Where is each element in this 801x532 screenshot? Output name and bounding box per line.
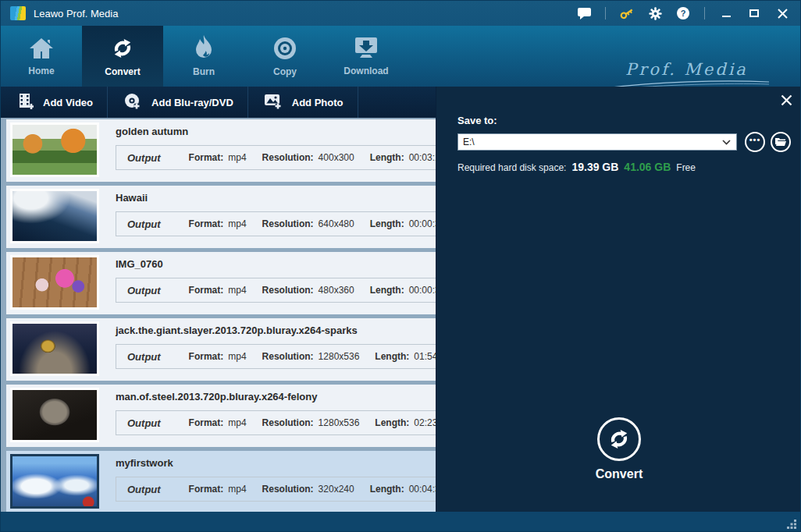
resolution-value: 640x480 xyxy=(319,218,354,229)
app-window: Leawo Prof. Media ? xyxy=(0,0,801,532)
output-label: Output xyxy=(127,218,161,230)
convert-button[interactable]: Convert xyxy=(436,417,801,481)
leawo-logo-icon xyxy=(10,6,26,20)
toolbar-separator xyxy=(358,87,358,118)
length-value: 00:00:34 xyxy=(409,285,436,296)
tab-label: Copy xyxy=(273,66,297,77)
resize-grip-icon[interactable] xyxy=(787,520,797,530)
output-info[interactable]: Output Format:mp4 Resolution:1280x536 Le… xyxy=(116,410,436,435)
save-to-label: Save to: xyxy=(457,115,497,126)
convert-icon xyxy=(109,35,137,62)
feedback-icon[interactable] xyxy=(577,6,591,20)
add-video-button[interactable]: Add Video xyxy=(1,87,107,118)
list-item[interactable]: IMG_0760 Output Format:mp4 Resolution:48… xyxy=(6,252,436,314)
brand-text: Prof. Media xyxy=(603,60,771,79)
resolution-label: Resolution: xyxy=(262,351,314,362)
required-space-value: 19.39 GB xyxy=(571,161,618,173)
add-video-icon xyxy=(16,93,34,112)
download-icon xyxy=(353,36,379,61)
save-panel: Save to: E:\ ••• Required hard disk spac… xyxy=(436,87,801,512)
video-title: IMG_0760 xyxy=(116,258,163,270)
length-label: Length: xyxy=(370,285,404,296)
toolbar-button-label: Add Photo xyxy=(292,97,344,108)
statusbar xyxy=(1,512,800,532)
list-item[interactable]: golden autumn Output Format:mp4 Resoluti… xyxy=(6,119,436,182)
output-info[interactable]: Output Format:mp4 Resolution:480x360 Len… xyxy=(116,278,436,303)
toolbar: Add Video Add Blu-ray/DVD Add Photo xyxy=(1,87,436,118)
video-thumbnail xyxy=(10,321,99,376)
free-space-label: Free xyxy=(676,162,696,173)
browse-folder-button[interactable]: ••• xyxy=(745,132,765,152)
length-label: Length: xyxy=(370,152,404,163)
format-value: mp4 xyxy=(228,417,246,428)
tab-download[interactable]: Download xyxy=(326,26,407,87)
tab-label: Burn xyxy=(193,66,215,77)
video-title: jack.the.giant.slayer.2013.720p.bluray.x… xyxy=(116,325,358,336)
length-value: 01:54:21 xyxy=(414,351,436,362)
resolution-label: Resolution: xyxy=(262,417,314,428)
add-photo-button[interactable]: Add Photo xyxy=(248,87,358,118)
add-photo-icon xyxy=(264,93,283,112)
save-path-dropdown[interactable]: E:\ xyxy=(457,133,737,151)
maximize-button[interactable] xyxy=(747,6,761,20)
add-bluray-button[interactable]: Add Blu-ray/DVD xyxy=(108,87,247,118)
settings-gear-icon[interactable] xyxy=(648,6,662,20)
titlebar: Leawo Prof. Media ? xyxy=(1,1,800,26)
output-info[interactable]: Output Format:mp4 Resolution:320x240 Len… xyxy=(116,477,436,502)
save-path-value: E:\ xyxy=(458,137,722,147)
length-label: Length: xyxy=(370,484,404,495)
copy-icon xyxy=(272,35,298,62)
close-button[interactable] xyxy=(775,6,789,20)
list-item[interactable]: man.of.steel.2013.720p.bluray.x264-felon… xyxy=(6,385,436,447)
format-label: Format: xyxy=(189,351,224,362)
video-thumbnail xyxy=(10,189,99,243)
video-thumbnail xyxy=(10,255,99,310)
video-thumbnail xyxy=(10,122,99,177)
length-label: Length: xyxy=(375,417,409,428)
resolution-label: Resolution: xyxy=(262,484,314,495)
output-info[interactable]: Output Format:mp4 Resolution:400x300 Len… xyxy=(116,145,436,170)
resolution-value: 320x240 xyxy=(319,484,354,495)
resolution-value: 1280x536 xyxy=(319,417,360,428)
titlebar-separator xyxy=(605,7,606,20)
video-title: Hawaii xyxy=(116,192,148,204)
folder-icon xyxy=(775,135,786,149)
list-item[interactable]: jack.the.giant.slayer.2013.720p.bluray.x… xyxy=(6,318,436,381)
output-label: Output xyxy=(127,484,161,495)
format-label: Format: xyxy=(189,152,224,163)
length-value: 00:04:35 xyxy=(409,484,436,495)
output-info[interactable]: Output Format:mp4 Resolution:1280x536 Le… xyxy=(116,344,436,369)
resolution-value: 1280x536 xyxy=(319,351,360,362)
tab-burn[interactable]: Burn xyxy=(163,26,244,87)
length-value: 02:23:03 xyxy=(414,417,436,428)
register-key-icon[interactable] xyxy=(620,6,634,20)
help-icon[interactable]: ? xyxy=(676,6,690,20)
toolbar-button-label: Add Blu-ray/DVD xyxy=(151,97,233,108)
video-title: man.of.steel.2013.720p.bluray.x264-felon… xyxy=(116,391,317,403)
output-info[interactable]: Output Format:mp4 Resolution:640x480 Len… xyxy=(116,211,436,236)
format-value: mp4 xyxy=(228,285,246,296)
list-item-selected[interactable]: myfirstwork Output Format:mp4 Resolution… xyxy=(6,451,436,512)
list-item[interactable]: Hawaii Output Format:mp4 Resolution:640x… xyxy=(6,186,436,248)
open-folder-button[interactable] xyxy=(771,132,791,152)
panel-close-icon[interactable] xyxy=(781,94,792,109)
length-label: Length: xyxy=(375,351,409,362)
convert-start-icon xyxy=(597,417,641,461)
format-label: Format: xyxy=(189,218,224,229)
tab-copy[interactable]: Copy xyxy=(244,26,326,87)
tab-convert[interactable]: Convert xyxy=(82,26,163,87)
tab-label: Convert xyxy=(105,66,140,77)
format-value: mp4 xyxy=(228,152,246,163)
format-label: Format: xyxy=(189,484,224,495)
titlebar-separator xyxy=(704,7,705,20)
length-label: Length: xyxy=(370,218,404,229)
tab-home[interactable]: Home xyxy=(1,26,82,87)
window-title: Leawo Prof. Media xyxy=(34,8,118,20)
toolbar-button-label: Add Video xyxy=(43,97,93,108)
format-value: mp4 xyxy=(228,484,246,495)
format-value: mp4 xyxy=(228,351,246,362)
minimize-button[interactable] xyxy=(719,6,733,20)
length-value: 00:00:36 xyxy=(409,218,436,229)
output-label: Output xyxy=(127,351,161,363)
media-list: golden autumn Output Format:mp4 Resoluti… xyxy=(1,118,436,512)
